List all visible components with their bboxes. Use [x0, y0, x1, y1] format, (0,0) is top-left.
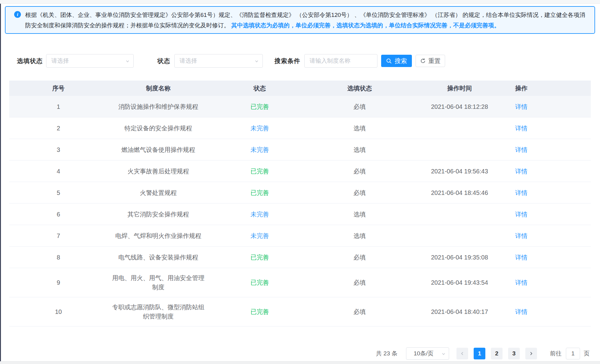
detail-link[interactable]: 详情 — [515, 308, 527, 315]
goto-page-input[interactable] — [566, 348, 580, 359]
detail-link[interactable]: 详情 — [515, 146, 527, 153]
table-row: 2 特定设备的安全操作规程 未完善 选填 详情 — [9, 117, 591, 139]
page-size-value: 10条/页 — [414, 350, 433, 358]
search-icon — [386, 58, 392, 64]
page-number-buttons: 123 — [468, 348, 520, 359]
row-status: 已完善 — [209, 167, 310, 176]
detail-link[interactable]: 详情 — [515, 168, 527, 175]
detail-link[interactable]: 详情 — [515, 232, 527, 239]
row-status: 已完善 — [209, 188, 310, 197]
table-row: 3 燃油燃气设备使用操作规程 未完善 选填 详情 — [9, 139, 591, 160]
status-placeholder: 请选择 — [180, 57, 197, 65]
row-required: 必填 — [310, 102, 409, 111]
table-row: 8 电气线路、设备安装操作规程 已完善 必填 2021-06-04 19:35:… — [9, 247, 591, 268]
search-condition-label: 搜索条件 — [274, 54, 300, 68]
row-name: 特定设备的安全操作规程 — [108, 124, 209, 133]
table-row: 4 火灾事故善后处理规程 已完善 必填 2021-06-04 19:56:43 … — [9, 160, 591, 182]
row-index: 9 — [9, 278, 108, 287]
row-index: 4 — [9, 167, 108, 176]
detail-link[interactable]: 详情 — [515, 279, 527, 286]
info-banner: i 根据《机关、团体、企业、事业单位消防安全管理规定》公安部令第61号）规定、《… — [5, 6, 595, 34]
row-name: 电气线路、设备安装操作规程 — [108, 253, 209, 262]
detail-link[interactable]: 详情 — [515, 254, 527, 261]
table-row: 10 专职或志愿消防队、微型消防站组织管理制度 已完善 必填 2021-06-0… — [9, 297, 591, 326]
column-header-status: 状态 — [209, 84, 310, 93]
page-button-1[interactable]: 1 — [474, 348, 485, 359]
row-index: 1 — [9, 102, 108, 111]
row-required: 必填 — [310, 278, 409, 287]
row-index: 10 — [9, 307, 108, 316]
detail-link[interactable]: 详情 — [515, 103, 527, 110]
left-edge-bar — [0, 4, 1, 361]
goto-suffix: 页 — [584, 350, 590, 358]
institutions-table: 序号 制度名称 状态 选填状态 操作时间 操作 1 消防设施操作和维护保养规程 … — [9, 81, 591, 326]
row-status: 未完善 — [209, 231, 310, 240]
table-row: 7 电焊、气焊和明火作业操作规程 未完善 选填 详情 — [9, 225, 591, 247]
next-page-button[interactable] — [525, 348, 537, 359]
row-required: 选填 — [310, 231, 409, 240]
detail-link[interactable]: 详情 — [515, 189, 527, 196]
row-index: 2 — [9, 124, 108, 133]
optional-status-label: 选填状态 — [17, 54, 43, 68]
row-status: 已完善 — [209, 253, 310, 262]
refresh-icon — [420, 58, 426, 64]
row-status: 已完善 — [209, 102, 310, 111]
row-name: 其它消防安全操作规程 — [108, 210, 209, 219]
row-name: 火灾事故善后处理规程 — [108, 167, 209, 176]
search-button-label: 搜索 — [395, 57, 407, 65]
row-required: 必填 — [310, 167, 409, 176]
table-row: 1 消防设施操作和维护保养规程 已完善 必填 2021-06-04 18:12:… — [9, 96, 591, 117]
page-size-select[interactable]: 10条/页 — [406, 347, 449, 360]
column-header-index: 序号 — [9, 84, 108, 93]
page-button-3[interactable]: 3 — [508, 348, 520, 359]
table-body: 1 消防设施操作和维护保养规程 已完善 必填 2021-06-04 18:12:… — [9, 96, 591, 326]
column-header-time: 操作时间 — [409, 84, 510, 93]
detail-link[interactable]: 详情 — [515, 211, 527, 218]
row-name: 消防设施操作和维护保养规程 — [108, 102, 209, 111]
chevron-down-icon — [125, 59, 130, 63]
column-header-action: 操作 — [510, 84, 591, 93]
row-time: 2021-06-04 19:43:54 — [409, 278, 510, 287]
page-button-2[interactable]: 2 — [491, 348, 503, 359]
pagination: 共 23 条 10条/页 123 前往 页 — [376, 347, 590, 360]
row-required: 必填 — [310, 188, 409, 197]
row-status: 已完善 — [209, 278, 310, 287]
row-status: 已完善 — [209, 307, 310, 316]
search-input[interactable] — [304, 54, 377, 68]
chevron-right-icon — [529, 351, 533, 356]
row-required: 必填 — [310, 307, 409, 316]
bottom-chrome-strip — [0, 361, 600, 364]
status-select[interactable]: 请选择 — [174, 54, 263, 68]
row-status: 未完善 — [209, 145, 310, 154]
banner-highlight-text: 其中选填状态为必填的，单位必须完善，选填状态为选填的，单位结合实际情况完善，不是… — [231, 22, 500, 29]
optional-status-placeholder: 请选择 — [51, 57, 69, 65]
table-header-row: 序号 制度名称 状态 选填状态 操作时间 操作 — [9, 81, 591, 96]
row-time: 2021-06-04 18:40:17 — [409, 307, 510, 316]
row-index: 7 — [9, 231, 108, 240]
reset-button[interactable]: 重置 — [416, 55, 445, 67]
optional-status-select[interactable]: 请选择 — [46, 54, 134, 68]
row-name: 电焊、气焊和明火作业操作规程 — [108, 231, 209, 240]
row-name: 火警处置规程 — [108, 188, 209, 197]
row-index: 6 — [9, 210, 108, 219]
row-status: 未完善 — [209, 124, 310, 133]
column-header-required: 选填状态 — [310, 84, 409, 93]
goto-label: 前往 — [550, 350, 562, 358]
row-time: 2021-06-04 19:35:08 — [409, 253, 510, 262]
table-row: 6 其它消防安全操作规程 未完善 选填 详情 — [9, 204, 591, 225]
row-index: 3 — [9, 145, 108, 154]
detail-link[interactable]: 详情 — [515, 125, 527, 132]
table-row: 9 用电、用火、用气、用油安全管理制度 已完善 必填 2021-06-04 19… — [9, 268, 591, 297]
reset-button-label: 重置 — [428, 57, 441, 65]
row-name: 专职或志愿消防队、微型消防站组织管理制度 — [108, 303, 209, 321]
row-time: 2021-06-04 18:45:46 — [409, 188, 510, 197]
row-status: 未完善 — [209, 210, 310, 219]
column-header-name: 制度名称 — [108, 84, 209, 93]
search-button[interactable]: 搜索 — [381, 55, 412, 67]
info-icon: i — [14, 11, 21, 18]
prev-page-button[interactable] — [456, 348, 468, 359]
table-row: 5 火警处置规程 已完善 必填 2021-06-04 18:45:46 详情 — [9, 182, 591, 204]
row-name: 燃油燃气设备使用操作规程 — [108, 145, 209, 154]
chevron-down-icon — [255, 59, 259, 63]
top-chrome-strip — [0, 0, 600, 4]
